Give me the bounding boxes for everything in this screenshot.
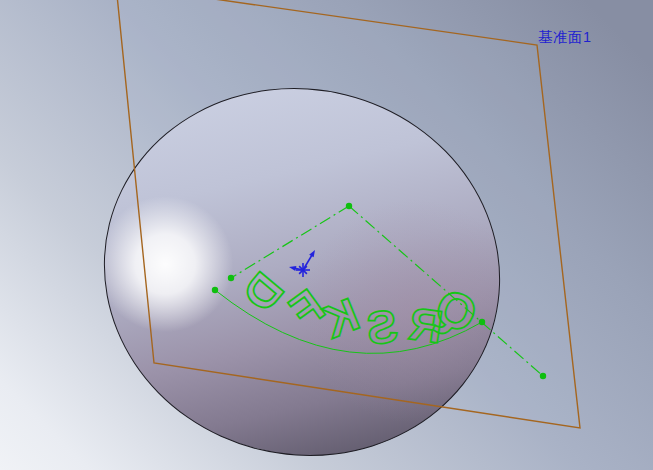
cad-viewport: DFKSRQ 基准面1 <box>0 0 653 470</box>
sketch-point[interactable] <box>346 203 352 209</box>
sketch-point[interactable] <box>228 275 234 281</box>
datum-plane-edges[interactable] <box>116 0 580 428</box>
sketch-centerline[interactable] <box>349 206 543 376</box>
datum-plane-label[interactable]: 基准面1 <box>538 28 592 47</box>
origin-axis-arrowhead <box>309 250 315 257</box>
origin-axis-arrowhead <box>289 266 296 271</box>
origin-axis-line <box>303 254 312 270</box>
sketch-point[interactable] <box>212 287 218 293</box>
sketch-text-path-arc[interactable] <box>215 290 482 353</box>
sketch-point[interactable] <box>540 373 546 379</box>
sketch-point[interactable] <box>479 319 485 325</box>
sketch-origin-icon[interactable] <box>289 250 315 277</box>
sketch-overlay <box>0 0 653 470</box>
